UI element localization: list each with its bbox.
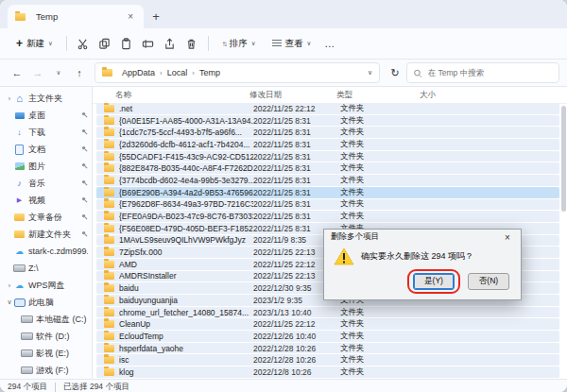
folder-icon bbox=[104, 345, 114, 352]
dialog-close-icon[interactable]: × bbox=[501, 232, 514, 243]
file-row[interactable]: {3774bcdb-d602-4e4a-99b5-3e3279...2022/1… bbox=[96, 175, 559, 187]
file-row[interactable]: {2d3260d6-dcfb-4612-acf1-7b4204...2022/1… bbox=[96, 139, 559, 151]
sidebar-item-desktop[interactable]: 桌面 bbox=[2, 107, 90, 124]
sidebar-item-new-folder[interactable]: 新建文件夹 bbox=[2, 226, 90, 243]
sidebar-item-label: 音乐 bbox=[28, 178, 79, 190]
pin-icon bbox=[81, 213, 88, 222]
scrollbar[interactable] bbox=[561, 106, 566, 375]
share-button[interactable] bbox=[161, 34, 180, 53]
file-row[interactable]: chrome_url_fetcher_14080_15874...2023/1/… bbox=[96, 307, 559, 319]
chevron-down-icon[interactable]: ∨ bbox=[6, 298, 13, 306]
file-date: 2022/11/25 8:31 bbox=[253, 152, 340, 162]
sidebar-item-this-pc[interactable]: ∨此电脑 bbox=[2, 294, 90, 311]
sidebar-item-home[interactable]: ›⌂主文件夹 bbox=[2, 90, 90, 107]
file-date: 2022/11/25 8:31 bbox=[253, 128, 340, 137]
file-type: 文件夹 bbox=[340, 162, 423, 174]
file-name: hsperfdata_yaohe bbox=[119, 344, 253, 353]
sidebar-item-z-drive[interactable]: Z:\ bbox=[2, 260, 90, 277]
breadcrumb-segment[interactable]: AppData bbox=[122, 68, 155, 77]
search-box[interactable] bbox=[406, 62, 559, 83]
sidebar-item-stark[interactable]: ☁stark-c.zdm999.e bbox=[2, 243, 90, 260]
folder-icon bbox=[104, 164, 114, 172]
sidebar-item-downloads[interactable]: ↓下载 bbox=[2, 124, 90, 141]
sidebar-item-article-backup[interactable]: 文章备份 bbox=[2, 209, 90, 226]
no-button[interactable]: 否(N) bbox=[468, 273, 509, 290]
file-type: 文件夹 bbox=[340, 211, 423, 222]
breadcrumb-segment[interactable]: Local bbox=[167, 68, 188, 77]
back-button[interactable]: ← bbox=[8, 63, 26, 82]
folder-icon bbox=[13, 212, 26, 223]
file-row[interactable]: isc2022/12/28 10:26文件夹 bbox=[96, 354, 559, 366]
sidebar-item-e-drive[interactable]: 影视 (E:) bbox=[2, 345, 90, 362]
file-row[interactable]: {B69E290B-A394-4a2d-9B53-476596...2022/1… bbox=[96, 187, 559, 199]
scrollbar-thumb[interactable] bbox=[561, 106, 566, 212]
cut-button[interactable] bbox=[74, 34, 93, 53]
sidebar-item-c-drive[interactable]: 本地磁盘 (C:) bbox=[2, 311, 90, 328]
more-button[interactable]: … bbox=[320, 34, 339, 53]
sidebar-item-label: 软件 (D:) bbox=[36, 331, 88, 343]
view-button-label: 查看 bbox=[285, 38, 303, 50]
sidebar-item-pictures[interactable]: 图片 bbox=[2, 158, 90, 175]
column-header-type[interactable]: 类型 bbox=[336, 90, 420, 101]
column-header-size[interactable]: 大小 bbox=[420, 90, 467, 101]
file-row[interactable]: {55DCADF1-F415-43c9-AC92-CD512...2022/11… bbox=[96, 151, 559, 163]
file-row[interactable]: {EFE0A9DA-B023-47c9-8C76-B73033...2022/1… bbox=[96, 211, 559, 223]
up-button[interactable]: ↑ bbox=[70, 63, 89, 82]
file-explorer-window: Temp × + + 新建 ∨ ↑↓ bbox=[0, 0, 567, 392]
file-row[interactable]: CleanUp2022/11/25 22:12文件夹 bbox=[96, 318, 559, 331]
recent-locations-button[interactable]: ∨ bbox=[49, 63, 68, 82]
file-type: 文件夹 bbox=[340, 307, 423, 318]
delete-icon bbox=[185, 38, 198, 50]
new-button-label: 新建 bbox=[26, 38, 44, 50]
file-name: baiduyunguanjia bbox=[119, 296, 253, 305]
file-date: 2022/12/26 10:40 bbox=[253, 332, 340, 341]
file-row[interactable]: {0A0E15F1-AA85-4000-A31A-13A94...2022/11… bbox=[96, 115, 559, 128]
file-name: {882E8478-B035-440c-A8F4-F7262D... bbox=[119, 163, 253, 173]
folder-icon bbox=[104, 225, 114, 232]
sidebar-item-documents[interactable]: 文档 bbox=[2, 141, 90, 158]
plus-icon: + bbox=[16, 39, 23, 48]
chevron-right-icon[interactable]: › bbox=[6, 95, 13, 102]
copy-button[interactable] bbox=[95, 34, 114, 53]
search-input[interactable] bbox=[426, 67, 553, 78]
delete-button[interactable] bbox=[182, 34, 201, 53]
sidebar-item-f-drive[interactable]: 游戏 (F:) bbox=[2, 362, 90, 379]
search-icon bbox=[413, 68, 422, 78]
folder-icon bbox=[104, 261, 114, 268]
file-type: 文件夹 bbox=[340, 198, 423, 210]
breadcrumb-segment[interactable]: Temp bbox=[199, 68, 220, 77]
file-row[interactable]: EcloudTemp2022/12/26 10:40文件夹 bbox=[96, 331, 559, 343]
refresh-button[interactable]: ↻ bbox=[386, 63, 404, 82]
warning-icon bbox=[334, 247, 354, 265]
file-date: 2022/11/25 8:31 bbox=[253, 176, 340, 185]
tab-temp[interactable]: Temp × bbox=[8, 5, 144, 28]
chevron-down-icon[interactable]: ∨ bbox=[368, 69, 372, 77]
file-row[interactable]: {1cdc7c75-5ccf-4493-b7f5-a96f6...2022/11… bbox=[96, 127, 559, 139]
file-date: 2022/12/8 10:26 bbox=[253, 367, 340, 377]
breadcrumb[interactable]: AppData›Local›Temp ∨ bbox=[94, 62, 380, 83]
file-row[interactable]: {E7962D8F-8634-49a3-97BD-7216C3...2022/1… bbox=[96, 199, 559, 212]
file-row[interactable]: {882E8478-B035-440c-A8F4-F7262D...2022/1… bbox=[96, 162, 559, 175]
new-tab-button[interactable]: + bbox=[144, 5, 168, 28]
paste-button[interactable] bbox=[117, 34, 136, 53]
file-row[interactable]: klog2022/12/8 10:26文件夹 bbox=[96, 366, 559, 379]
sidebar-item-d-drive[interactable]: 软件 (D:) bbox=[2, 328, 90, 345]
sidebar-item-music[interactable]: ♪音乐 bbox=[2, 175, 90, 192]
file-row[interactable]: hsperfdata_yaohe2022/12/28 10:26文件夹 bbox=[96, 343, 559, 355]
column-header-name[interactable]: 名称 bbox=[100, 90, 249, 101]
sidebar-item-label: 此电脑 bbox=[28, 297, 88, 309]
sidebar-item-wps-cloud[interactable]: ›☁WPS网盘 bbox=[2, 277, 90, 294]
tab-close-icon[interactable]: × bbox=[125, 11, 136, 23]
view-button[interactable]: 查看 ∨ bbox=[266, 35, 318, 53]
forward-button[interactable]: → bbox=[28, 63, 47, 82]
yes-button[interactable]: 是(Y) bbox=[413, 273, 455, 290]
file-date: 2022/11/25 22:12 bbox=[253, 319, 340, 329]
chevron-right-icon[interactable]: › bbox=[6, 282, 13, 289]
rename-button[interactable] bbox=[139, 34, 158, 53]
sidebar-item-videos[interactable]: ▶视频 bbox=[2, 192, 90, 209]
new-button[interactable]: + 新建 ∨ bbox=[9, 35, 60, 53]
sort-button[interactable]: ↑↓ 排序 ∨ bbox=[215, 35, 263, 53]
file-row[interactable]: .net2022/11/25 22:12文件夹 bbox=[96, 103, 559, 115]
column-header-date[interactable]: 修改日期 bbox=[249, 90, 336, 101]
folder-icon bbox=[104, 189, 114, 196]
